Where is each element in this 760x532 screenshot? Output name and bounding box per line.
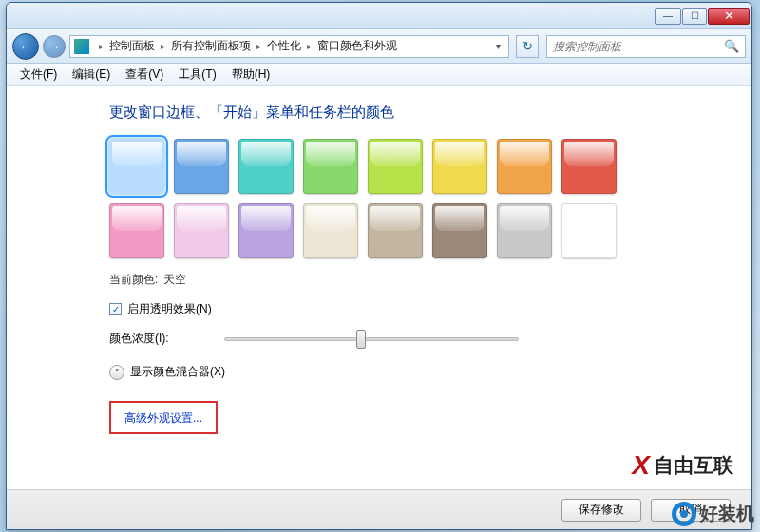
menu-file[interactable]: 文件(F) [12, 66, 65, 83]
maximize-button[interactable]: ☐ [682, 8, 707, 25]
search-input[interactable] [553, 40, 724, 53]
color-swatch[interactable] [497, 203, 552, 258]
back-button[interactable]: ← [12, 33, 39, 60]
menu-view[interactable]: 查看(V) [118, 66, 171, 83]
intensity-slider[interactable] [224, 337, 519, 341]
intensity-label: 颜色浓度(I): [109, 331, 169, 347]
footer-bar: 保存修改 取消 [7, 489, 751, 529]
color-swatch[interactable] [238, 139, 294, 194]
address-dropdown-icon[interactable]: ▾ [492, 41, 504, 51]
menu-tools[interactable]: 工具(T) [171, 66, 223, 83]
menu-edit[interactable]: 编辑(E) [65, 66, 118, 83]
refresh-button[interactable]: ↻ [516, 35, 539, 58]
window-frame: — ☐ ✕ ← → ▸ 控制面板 ▸ 所有控制面板项 ▸ 个性化 ▸ 窗口颜色和… [6, 2, 752, 530]
current-color-row: 当前颜色: 天空 [109, 272, 751, 288]
chevron-right-icon: ▸ [253, 41, 265, 51]
chevron-down-icon: ˅ [109, 365, 124, 380]
control-panel-icon [74, 39, 89, 54]
chevron-right-icon: ▸ [95, 41, 107, 51]
menu-bar: 文件(F) 编辑(E) 查看(V) 工具(T) 帮助(H) [7, 64, 751, 86]
close-button[interactable]: ✕ [708, 8, 750, 25]
chevron-right-icon: ▸ [157, 41, 169, 51]
transparency-row: ✓ 启用透明效果(N) [109, 301, 751, 317]
search-box[interactable]: 🔍 [546, 35, 746, 58]
color-swatch[interactable] [109, 203, 164, 258]
color-swatch[interactable] [561, 203, 617, 258]
color-mixer-label: 显示颜色混合器(X) [130, 364, 225, 380]
highlight-box: 高级外观设置... [109, 401, 218, 434]
color-swatch[interactable] [432, 139, 487, 194]
color-swatch[interactable] [497, 139, 552, 194]
titlebar: — ☐ ✕ [7, 3, 751, 29]
transparency-label: 启用透明效果(N) [127, 301, 212, 317]
color-swatch[interactable] [303, 139, 358, 194]
color-swatch[interactable] [109, 139, 164, 194]
chevron-right-icon: ▸ [303, 41, 315, 51]
color-swatch[interactable] [238, 203, 294, 258]
slider-thumb[interactable] [356, 330, 366, 349]
color-mixer-expander[interactable]: ˅ 显示颜色混合器(X) [109, 364, 751, 380]
intensity-row: 颜色浓度(I): [109, 331, 751, 347]
content-area: 更改窗口边框、「开始」菜单和任务栏的颜色 当前颜色: 天空 ✓ 启用透明效果(N… [7, 86, 751, 529]
minimize-button[interactable]: — [655, 8, 681, 25]
current-color-label: 当前颜色: [109, 272, 158, 288]
navigation-bar: ← → ▸ 控制面板 ▸ 所有控制面板项 ▸ 个性化 ▸ 窗口颜色和外观 ▾ ↻… [7, 29, 751, 64]
color-swatch[interactable] [561, 139, 617, 194]
color-swatch[interactable] [174, 203, 229, 258]
cancel-button[interactable]: 取消 [651, 499, 731, 522]
color-swatch[interactable] [303, 203, 358, 258]
breadcrumb-item[interactable]: 窗口颜色和外观 [315, 38, 399, 54]
menu-help[interactable]: 帮助(H) [224, 66, 278, 83]
color-swatch[interactable] [368, 139, 423, 194]
breadcrumb-item[interactable]: 控制面板 [107, 38, 157, 54]
color-swatch-grid [109, 139, 679, 258]
transparency-checkbox[interactable]: ✓ [109, 303, 122, 315]
address-bar[interactable]: ▸ 控制面板 ▸ 所有控制面板项 ▸ 个性化 ▸ 窗口颜色和外观 ▾ [69, 35, 509, 58]
save-button[interactable]: 保存修改 [561, 499, 641, 522]
color-swatch[interactable] [368, 203, 423, 258]
forward-button[interactable]: → [43, 35, 66, 58]
advanced-appearance-link[interactable]: 高级外观设置... [124, 411, 202, 425]
breadcrumb-item[interactable]: 所有控制面板项 [169, 38, 253, 54]
current-color-value: 天空 [163, 272, 186, 288]
color-swatch[interactable] [432, 203, 487, 258]
color-swatch[interactable] [174, 139, 229, 194]
page-title: 更改窗口边框、「开始」菜单和任务栏的颜色 [109, 104, 751, 122]
breadcrumb-item[interactable]: 个性化 [265, 38, 303, 54]
search-icon: 🔍 [724, 39, 739, 53]
